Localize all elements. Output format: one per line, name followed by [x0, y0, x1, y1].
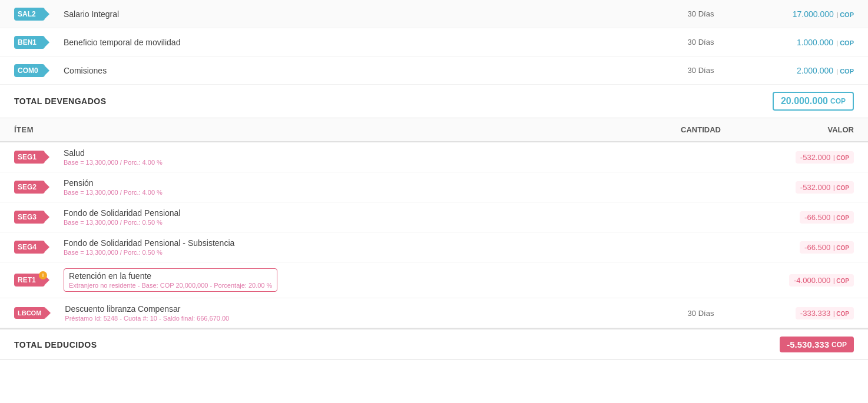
- item-value-seg4: -66.500 | COP: [736, 241, 854, 254]
- item-dias-ben1: 30 Días: [665, 38, 736, 46]
- item-dias-sal2: 30 Días: [665, 9, 736, 18]
- item-dias-com0: 30 Días: [665, 66, 736, 75]
- badge-sal2: SAL2: [14, 8, 45, 21]
- item-value-ben1: 1.000.000 | COP: [736, 38, 854, 47]
- deducido-item-seg4: SEG4 Fondo de Solidaridad Pensional - Su…: [0, 232, 868, 262]
- deducido-item-lbcom: LBCOM Descuento libranza Compensar Prést…: [0, 298, 868, 328]
- item-label-com0: Comisiones: [64, 66, 665, 75]
- item-label-sal2: Salario Integral: [64, 9, 665, 19]
- col-item-header: ÍTEM: [14, 125, 665, 134]
- total-devengados-value: 20.000.000COP: [773, 92, 854, 111]
- deducido-item-seg2: SEG2 Pensión Base = 13,300,000 / Porc.: …: [0, 172, 868, 202]
- item-value-seg2: -532.000 | COP: [736, 181, 854, 194]
- total-devengados-row: TOTAL DEVENGADOS 20.000.000COP: [0, 85, 868, 118]
- item-value-seg3: -66.500 | COP: [736, 211, 854, 224]
- item-label-seg4: Fondo de Solidaridad Pensional - Subsist…: [64, 238, 665, 256]
- badge-ben1: BEN1: [14, 36, 45, 49]
- item-value-com0: 2.000.000 | COP: [736, 66, 854, 75]
- devengado-item-ben1: BEN1 Beneficio temporal de movilidad 30 …: [0, 28, 868, 56]
- item-value-ret1: -4.000.000 | COP: [736, 274, 854, 287]
- badge-seg3: SEG3: [14, 211, 45, 224]
- item-label-lbcom: Descuento libranza Compensar Préstamo Id…: [65, 304, 665, 322]
- total-deducidos-value: -5.530.333COP: [780, 337, 854, 352]
- payroll-container: SAL2 Salario Integral 30 Días 17.000.000…: [0, 0, 868, 403]
- devengados-section: SAL2 Salario Integral 30 Días 17.000.000…: [0, 0, 868, 118]
- deducido-item-seg1: SEG1 Salud Base = 13,300,000 / Porc.: 4.…: [0, 142, 868, 172]
- total-deducidos-row: TOTAL DEDUCIDOS -5.530.333COP: [0, 328, 868, 360]
- warning-dot: !: [39, 271, 47, 279]
- item-label-seg3: Fondo de Solidaridad Pensional Base = 13…: [64, 208, 665, 226]
- devengado-item-com0: COM0 Comisiones 30 Días 2.000.000 | COP: [0, 56, 868, 85]
- item-label-ret1: Retención en la fuente Extranjero no res…: [64, 268, 665, 292]
- badge-seg2: SEG2: [14, 181, 45, 194]
- item-label-ben1: Beneficio temporal de movilidad: [64, 38, 665, 47]
- badge-com0: COM0: [14, 64, 45, 77]
- col-valor-header: VALOR: [736, 125, 854, 134]
- total-devengados-label: TOTAL DEVENGADOS: [14, 96, 773, 106]
- deducidos-header: ÍTEM CANTIDAD VALOR: [0, 118, 868, 142]
- ret1-red-border: Retención en la fuente Extranjero no res…: [64, 268, 277, 292]
- col-cantidad-header: CANTIDAD: [665, 125, 736, 134]
- total-deducidos-label: TOTAL DEDUCIDOS: [14, 340, 780, 349]
- devengado-item-sal2: SAL2 Salario Integral 30 Días 17.000.000…: [0, 0, 868, 28]
- item-value-seg1: -532.000 | COP: [736, 151, 854, 164]
- item-dias-lbcom: 30 Días: [665, 309, 736, 318]
- deducido-item-seg3: SEG3 Fondo de Solidaridad Pensional Base…: [0, 202, 868, 232]
- item-label-seg1: Salud Base = 13,300,000 / Porc.: 4.00 %: [64, 148, 665, 166]
- badge-ret1: RET1 !: [14, 274, 45, 287]
- badge-seg4: SEG4: [14, 241, 45, 254]
- badge-lbcom: LBCOM: [14, 307, 46, 319]
- deducido-item-ret1: RET1 ! Retención en la fuente Extranjero…: [0, 262, 868, 298]
- badge-seg1: SEG1: [14, 151, 45, 164]
- item-value-lbcom: -333.333 | COP: [736, 307, 854, 319]
- item-label-seg2: Pensión Base = 13,300,000 / Porc.: 4.00 …: [64, 178, 665, 196]
- item-value-sal2: 17.000.000 | COP: [736, 9, 854, 19]
